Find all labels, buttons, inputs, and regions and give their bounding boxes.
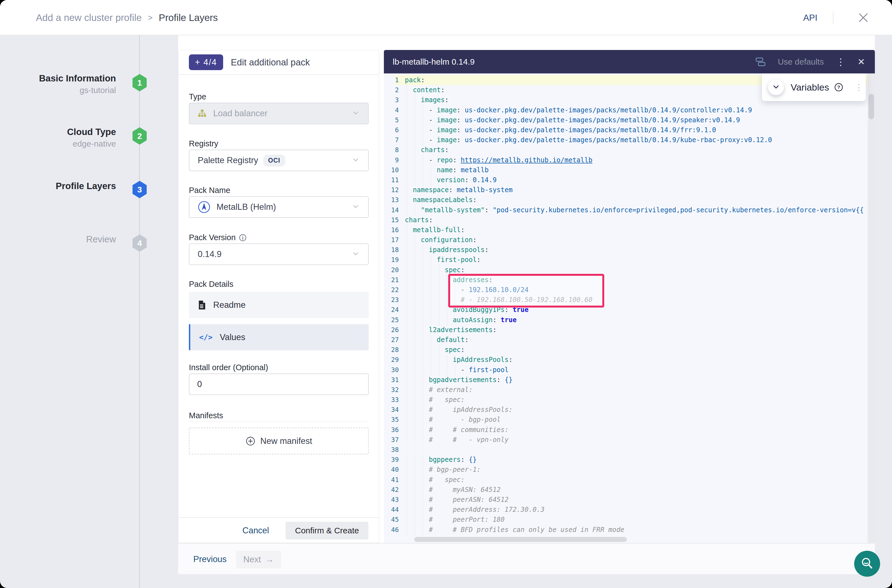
code-line[interactable]: 34 # ipAddressPools: bbox=[384, 405, 868, 415]
code-line[interactable]: 29 ipAddressPools: bbox=[384, 355, 868, 364]
code-line[interactable]: 10 name: metallb bbox=[384, 165, 868, 175]
code-line[interactable]: 41 # spec: bbox=[384, 475, 868, 485]
code-line[interactable]: 9 - repo: https://metallb.github.io/meta… bbox=[384, 155, 868, 165]
code-line[interactable]: 13 namespaceLabels: bbox=[384, 195, 868, 205]
code-text: charts: bbox=[405, 216, 433, 224]
code-line[interactable]: 16 metallb-full: bbox=[384, 225, 868, 235]
step-number: 4 bbox=[137, 238, 142, 248]
line-number: 15 bbox=[384, 216, 399, 224]
code-line[interactable]: 8 charts: bbox=[384, 145, 868, 155]
type-select[interactable]: Load balancer bbox=[189, 103, 369, 124]
help-circle-icon[interactable]: ? bbox=[834, 82, 843, 92]
code-line[interactable]: 44 # peerAddress: 172.30.0.3 bbox=[384, 505, 868, 514]
code-line[interactable]: 30 - first-pool bbox=[384, 364, 868, 375]
vertical-scrollbar[interactable] bbox=[868, 74, 875, 543]
code-line[interactable]: 25 autoAssign: true bbox=[384, 315, 868, 325]
document-icon bbox=[198, 300, 206, 310]
code-text: ipaddresspools: bbox=[405, 246, 488, 254]
breadcrumb-parent[interactable]: Add a new cluster profile bbox=[36, 12, 142, 23]
next-button[interactable]: Next → bbox=[236, 551, 281, 568]
code-line[interactable]: 14 "metallb-system": "pod-security.kuber… bbox=[384, 205, 868, 215]
code-line[interactable]: 7 - image: us-docker.pkg.dev/palette-ima… bbox=[384, 135, 868, 145]
pack-version-select[interactable]: 0.14.9 bbox=[189, 243, 369, 265]
step-4-hexagon[interactable]: 4 bbox=[132, 234, 147, 252]
close-icon[interactable] bbox=[857, 11, 870, 24]
step-3-hexagon[interactable]: 3 bbox=[132, 181, 147, 198]
kebab-menu-icon[interactable]: ⋮ bbox=[836, 57, 845, 66]
registry-select[interactable]: Palette Registry OCI bbox=[189, 150, 369, 171]
chevron-down-icon bbox=[351, 110, 360, 117]
code-line[interactable]: 38 bbox=[384, 445, 868, 454]
diff-view-icon[interactable] bbox=[755, 57, 766, 66]
code-line[interactable]: 26 l2advertisements: bbox=[384, 325, 868, 335]
code-line[interactable]: 11 version: 0.14.9 bbox=[384, 175, 868, 185]
code-line[interactable]: 40 # bgp-peer-1: bbox=[384, 465, 868, 474]
line-number: 25 bbox=[384, 316, 399, 324]
code-line[interactable]: 35 # - bgp-pool bbox=[384, 415, 868, 424]
line-number: 33 bbox=[384, 396, 399, 404]
step-basic-information[interactable]: Basic Information gs-tutorial bbox=[17, 72, 116, 96]
vertical-scrollbar-thumb[interactable] bbox=[868, 94, 874, 119]
code-line[interactable]: 31 bgpadvertisements: {} bbox=[384, 375, 868, 385]
code-text: # # - vpn-only bbox=[405, 436, 509, 444]
line-number: 11 bbox=[384, 176, 399, 184]
plus-circle-icon bbox=[246, 436, 255, 446]
code-line[interactable]: 5 - image: us-docker.pkg.dev/palette-ima… bbox=[384, 115, 868, 125]
line-number: 35 bbox=[384, 416, 399, 423]
line-number: 46 bbox=[384, 526, 399, 533]
code-line[interactable]: 17 configuration: bbox=[384, 235, 868, 245]
code-line[interactable]: 45 # peerPort: 180 bbox=[384, 514, 868, 525]
use-defaults-button[interactable]: Use defaults bbox=[778, 57, 824, 66]
code-line[interactable]: 33 # spec: bbox=[384, 395, 868, 405]
code-line[interactable]: 32 # external: bbox=[384, 385, 868, 395]
code-line[interactable]: 42 # myASN: 64512 bbox=[384, 485, 868, 495]
step-1-hexagon[interactable]: 1 bbox=[132, 74, 147, 92]
cancel-button[interactable]: Cancel bbox=[242, 526, 269, 536]
code-line[interactable]: 43 # peerASN: 64512 bbox=[384, 495, 868, 505]
api-link[interactable]: API bbox=[803, 0, 817, 35]
code-line[interactable]: 36 # # communities: bbox=[384, 425, 868, 435]
code-text: bgppeers: {} bbox=[405, 456, 477, 464]
info-icon[interactable] bbox=[239, 234, 246, 242]
card-footer: Cancel Confirm & Create bbox=[179, 518, 379, 543]
kebab-menu-icon[interactable]: ⋮ bbox=[855, 82, 863, 92]
magnifier-smile-icon bbox=[860, 556, 874, 571]
step-review[interactable]: Review bbox=[17, 233, 116, 245]
step-cloud-type[interactable]: Cloud Type edge-native bbox=[17, 126, 116, 150]
line-number: 43 bbox=[384, 496, 399, 503]
code-line[interactable]: 20 spec: bbox=[384, 265, 868, 275]
code-line[interactable]: 27 default: bbox=[384, 335, 868, 345]
code-line[interactable]: 28 spec: bbox=[384, 345, 868, 355]
previous-button[interactable]: Previous bbox=[193, 543, 227, 575]
readme-tab[interactable]: Readme bbox=[189, 292, 369, 318]
code-line[interactable]: 19 first-pool: bbox=[384, 255, 868, 265]
confirm-create-button[interactable]: Confirm & Create bbox=[285, 522, 368, 539]
pack-name-select[interactable]: MetalLB (Helm) bbox=[189, 196, 369, 218]
editor-close-icon[interactable]: ✕ bbox=[857, 57, 865, 66]
chevron-down-icon[interactable] bbox=[768, 79, 784, 95]
code-line[interactable]: 15charts: bbox=[384, 215, 868, 225]
step-number: 3 bbox=[137, 185, 142, 194]
new-manifest-button[interactable]: New manifest bbox=[189, 428, 369, 454]
code-line[interactable]: 4 - image: us-docker.pkg.dev/palette-ima… bbox=[384, 105, 868, 115]
code-line[interactable]: 46 # # BFD profiles can only be used in … bbox=[384, 525, 868, 534]
values-tab[interactable]: </> Values bbox=[189, 324, 369, 350]
step-2-hexagon[interactable]: 2 bbox=[132, 127, 147, 145]
code-text: # # bfdProfile: bfd-profile-1 bbox=[405, 536, 561, 536]
line-number: 42 bbox=[384, 486, 399, 494]
step-profile-layers[interactable]: Profile Layers bbox=[17, 180, 116, 192]
code-text: # # communities: bbox=[405, 426, 509, 434]
yaml-editor: lb-metallb-helm 0.14.9 Use defaults ⋮ ✕ … bbox=[384, 50, 875, 543]
code-line[interactable]: 18 ipaddresspools: bbox=[384, 245, 868, 255]
line-number: 5 bbox=[384, 117, 399, 124]
code-line[interactable]: 39 bgppeers: {} bbox=[384, 454, 868, 465]
code-text: namespaceLabels: bbox=[405, 196, 477, 204]
edit-pack-card: + 4/4 Edit additional pack Type Load bal… bbox=[178, 50, 379, 543]
code-line[interactable]: 37 # # - vpn-only bbox=[384, 435, 868, 445]
code-line[interactable]: 6 - image: us-docker.pkg.dev/palette-ima… bbox=[384, 125, 868, 135]
horizontal-scrollbar-thumb[interactable] bbox=[414, 537, 627, 542]
install-order-input[interactable]: 0 bbox=[189, 374, 369, 395]
support-search-button[interactable] bbox=[854, 551, 880, 577]
code-line[interactable]: 12 namespace: metallb-system bbox=[384, 185, 868, 195]
code-line[interactable]: 47 # # bfdProfile: bfd-profile-1 bbox=[384, 535, 868, 536]
